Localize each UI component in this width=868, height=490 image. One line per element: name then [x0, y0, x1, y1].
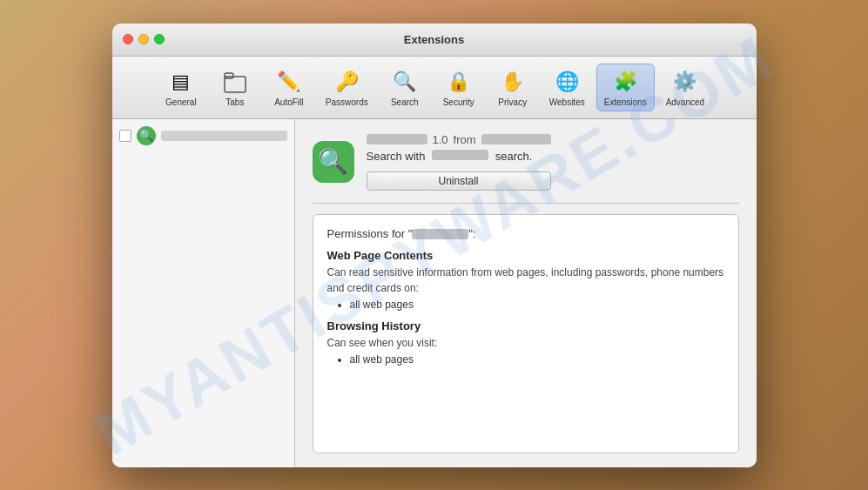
- svg-rect-1: [225, 73, 233, 78]
- search-suffix-label: search.: [495, 150, 533, 163]
- toolbar: ▤ General Tabs ✏️ AutoFill 🔑 Passwords 🔍…: [112, 57, 757, 119]
- browser-window: Extensions ▤ General Tabs ✏️ AutoFill 🔑 …: [112, 23, 757, 467]
- uninstall-button[interactable]: Uninstall: [367, 171, 551, 191]
- extension-main-icon: 🔍: [313, 141, 354, 183]
- privacy-icon: ✋: [499, 68, 527, 96]
- extension-description: Search with search.: [367, 150, 551, 163]
- websites-icon: 🌐: [553, 68, 581, 96]
- extension-name-blurred: [161, 131, 287, 141]
- extension-name-blurred-main: [367, 134, 427, 144]
- advanced-icon: ⚙️: [671, 68, 699, 96]
- extension-checkbox[interactable]: [119, 130, 131, 142]
- extension-name-row: 1.0 from: [367, 133, 551, 146]
- permission-browsing-history: Browsing History Can see when you visit:…: [327, 319, 724, 366]
- tabs-icon: [221, 68, 249, 96]
- minimize-button[interactable]: [138, 34, 149, 44]
- permissions-title: Permissions for "":: [327, 227, 724, 240]
- general-label: General: [165, 97, 197, 107]
- perm-web-list-item: all web pages: [350, 299, 724, 311]
- sidebar: 🔍: [112, 119, 295, 467]
- toolbar-item-privacy[interactable]: ✋ Privacy: [488, 64, 538, 111]
- security-label: Security: [443, 97, 474, 107]
- maximize-button[interactable]: [154, 34, 165, 44]
- main-panel: 🔍 1.0 from Search with search. Uninstall: [295, 119, 757, 467]
- traffic-lights: [123, 34, 165, 44]
- autofill-icon: ✏️: [275, 68, 303, 96]
- toolbar-item-tabs[interactable]: Tabs: [210, 64, 260, 111]
- toolbar-item-extensions[interactable]: 🧩 Extensions: [596, 64, 655, 111]
- extension-version: 1.0: [433, 133, 448, 146]
- permissions-section: Permissions for "": Web Page Contents Ca…: [313, 214, 739, 453]
- general-icon: ▤: [167, 68, 195, 96]
- extensions-icon: 🧩: [611, 68, 639, 96]
- permissions-name-blurred: [412, 229, 468, 239]
- perm-history-list-item: all web pages: [350, 353, 724, 366]
- extensions-label: Extensions: [604, 97, 647, 107]
- window-title: Extensions: [404, 33, 464, 46]
- perm-history-list: all web pages: [327, 353, 724, 366]
- extension-info: 1.0 from Search with search. Uninstall: [367, 133, 551, 191]
- perm-web-list: all web pages: [327, 299, 724, 311]
- passwords-label: Passwords: [326, 97, 368, 107]
- permissions-label-end: ":: [468, 227, 475, 240]
- privacy-label: Privacy: [498, 97, 527, 107]
- perm-history-desc: Can see when you visit:: [327, 335, 724, 351]
- extension-from-label: from: [454, 133, 476, 146]
- perm-history-title: Browsing History: [327, 319, 724, 332]
- autofill-label: AutoFill: [274, 97, 303, 107]
- toolbar-item-websites[interactable]: 🌐 Websites: [542, 64, 593, 111]
- toolbar-item-search[interactable]: 🔍 Search: [380, 64, 430, 111]
- toolbar-item-autofill[interactable]: ✏️ AutoFill: [264, 64, 314, 111]
- close-button[interactable]: [123, 34, 133, 44]
- perm-web-desc: Can read sensitive information from web …: [327, 265, 724, 296]
- title-bar: Extensions: [112, 23, 757, 57]
- search-label: Search: [391, 97, 419, 107]
- websites-label: Websites: [549, 97, 585, 107]
- sidebar-extension-row: 🔍: [119, 126, 287, 145]
- security-icon: 🔒: [445, 68, 473, 96]
- toolbar-item-security[interactable]: 🔒 Security: [434, 64, 484, 111]
- extension-header: 🔍 1.0 from Search with search. Uninstall: [313, 133, 739, 204]
- advanced-label: Advanced: [666, 97, 704, 107]
- search-icon: 🔍: [391, 68, 419, 96]
- perm-web-title: Web Page Contents: [327, 249, 724, 262]
- toolbar-item-advanced[interactable]: ⚙️ Advanced: [658, 64, 712, 111]
- toolbar-item-general[interactable]: ▤ General: [156, 64, 206, 111]
- content-area: 🔍 🔍 1.0 from Search with: [112, 119, 757, 467]
- extension-icon-small: 🔍: [137, 126, 156, 145]
- permissions-label: Permissions for ": [327, 227, 413, 240]
- permission-web-page-contents: Web Page Contents Can read sensitive inf…: [327, 249, 724, 311]
- search-with-label: Search with: [367, 150, 426, 163]
- tabs-label: Tabs: [225, 97, 244, 107]
- toolbar-item-passwords[interactable]: 🔑 Passwords: [318, 64, 376, 111]
- extension-source-blurred: [481, 134, 551, 144]
- passwords-icon: 🔑: [333, 68, 360, 96]
- extension-search-name-blurred: [432, 150, 488, 160]
